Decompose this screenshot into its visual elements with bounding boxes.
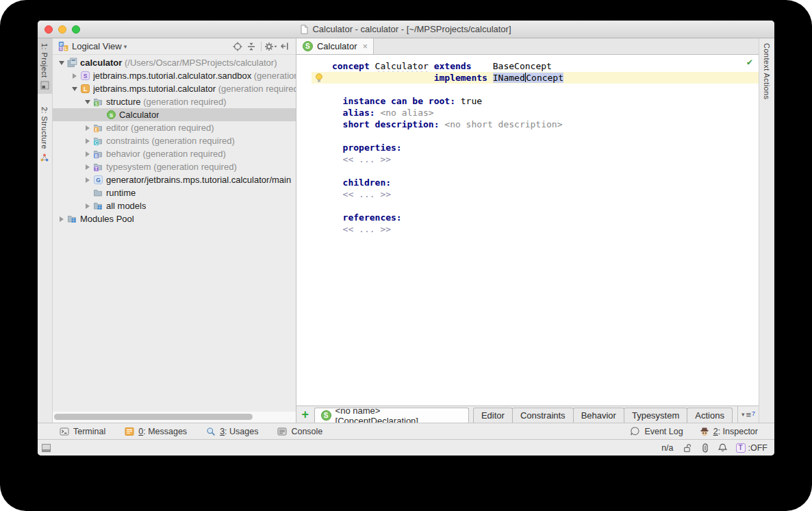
status-bar: n/a T :OFF xyxy=(38,439,774,456)
event-log-icon xyxy=(630,426,640,436)
editor-tab-bar: S Calculator × xyxy=(296,38,759,55)
toolwindow-button-event-log[interactable]: Event Log xyxy=(630,426,683,436)
tree-collapsed-arrow-icon[interactable] xyxy=(84,177,92,183)
aspect-tab-typesystem[interactable]: Typesystem xyxy=(624,408,687,423)
terminal-icon xyxy=(60,427,69,436)
chevron-down-icon[interactable]: ▾ xyxy=(124,43,127,50)
toolwindow-tab-project[interactable]: 1: Project xyxy=(38,38,52,94)
tree-collapsed-arrow-icon[interactable] xyxy=(84,151,92,157)
code-segment-kw: implements xyxy=(434,73,487,83)
toolwindow-button-terminal[interactable]: Terminal xyxy=(60,427,105,436)
tree-item[interactable]: Bbehavior (generation required) xyxy=(53,147,296,160)
structure-toolwindow-icon xyxy=(40,153,49,162)
tab-list-dropdown[interactable]: ▾ ≡ 7 xyxy=(737,406,759,423)
tree-item-label: jetbrains.mps.tutorial.calculator.sandbo… xyxy=(93,71,251,81)
tree-item[interactable]: Ggenerator/jetbrains.mps.tutorial.calcul… xyxy=(53,173,296,186)
tree-collapsed-arrow-icon[interactable] xyxy=(58,216,66,222)
view-selector[interactable]: Logical View xyxy=(72,41,122,51)
tree-item[interactable]: all models xyxy=(53,199,296,212)
tree-expanded-arrow-icon[interactable] xyxy=(58,61,66,65)
tree-expanded-arrow-icon[interactable] xyxy=(71,87,79,91)
tree-item-label: all models xyxy=(106,201,147,211)
tree-item[interactable]: calculator (/Users/Oscar/MPSProjects/cal… xyxy=(53,56,296,69)
code-segment-plain xyxy=(370,61,375,71)
add-node-tab-button[interactable]: + xyxy=(296,406,314,423)
project-icon xyxy=(67,58,77,68)
aspect-tab-constraints[interactable]: Constraints xyxy=(512,408,574,423)
close-tab-icon[interactable]: × xyxy=(362,41,368,51)
inspector-icon xyxy=(700,427,709,436)
chevron-down-icon: ▾ xyxy=(741,411,745,418)
concept-icon: S xyxy=(303,41,313,51)
title-bar[interactable]: Calculator - calculator - [~/MPSProjects… xyxy=(38,21,774,38)
tree-item[interactable]: Ljetbrains.mps.tutorial.calculator (gene… xyxy=(53,82,296,95)
code-segment-plain xyxy=(332,154,343,164)
tree-item[interactable]: Cconstraints (generation required) xyxy=(53,134,296,147)
code-segment-plain xyxy=(332,142,343,153)
svg-text:S: S xyxy=(84,73,88,79)
tab-list-icon: ≡ xyxy=(746,410,751,420)
tree-item[interactable]: Sjetbrains.mps.tutorial.calculator.sandb… xyxy=(53,69,296,82)
toolwindow-button-3-usages[interactable]: 3: Usages xyxy=(206,427,258,436)
code-segment-plain xyxy=(332,96,343,106)
aspect-tab-behavior[interactable]: Behavior xyxy=(573,408,624,423)
tree-collapsed-arrow-icon[interactable] xyxy=(71,73,79,79)
highlighting-level-icon[interactable] xyxy=(701,443,709,453)
tree-item[interactable]: Modules Pool xyxy=(53,212,296,225)
tree-item[interactable]: Eeditor (generation required) xyxy=(53,121,296,134)
toolwindow-button-2-inspector[interactable]: 2: Inspector xyxy=(700,426,758,436)
toolwindow-button-console[interactable]: Console xyxy=(277,427,322,436)
settings-icon[interactable] xyxy=(264,40,278,53)
code-editor[interactable]: ✔ concept Calculator extends BaseConcept… xyxy=(296,55,759,406)
tree-expanded-arrow-icon[interactable] xyxy=(84,100,92,104)
notifications-icon[interactable] xyxy=(718,443,727,453)
code-segment-plain: BaseConcept xyxy=(493,61,552,71)
editor-tab-calculator[interactable]: S Calculator × xyxy=(296,38,374,54)
tree-collapsed-arrow-icon[interactable] xyxy=(84,164,92,170)
tree-item[interactable]: Ttypesystem (generation required) xyxy=(53,160,296,173)
aspect-tab-actions[interactable]: Actions xyxy=(687,408,733,423)
horizontal-scrollbar[interactable] xyxy=(54,414,253,420)
caret-position: n/a xyxy=(661,443,673,453)
left-toolwindow-stripe: 1: Project 2: Structure xyxy=(38,38,53,423)
tree-collapsed-arrow-icon[interactable] xyxy=(84,138,92,144)
svg-text:S: S xyxy=(94,101,98,106)
editor-line xyxy=(296,200,759,212)
toolwindow-button-label: 0: Messages xyxy=(138,427,187,436)
folder-structure-icon: S xyxy=(93,97,103,107)
lock-open-icon[interactable] xyxy=(683,443,692,453)
context-actions-label: Context Actions xyxy=(763,43,771,99)
tree-item-suffix: (generation required) xyxy=(251,71,296,81)
tree-collapsed-arrow-icon[interactable] xyxy=(84,203,92,209)
editor-line: properties: xyxy=(296,142,759,153)
console-icon xyxy=(277,427,287,436)
window-title-text: Calculator - calculator - [~/MPSProjects… xyxy=(312,24,511,34)
logical-view-icon: PSL xyxy=(58,41,68,51)
tree-item[interactable]: SCalculator xyxy=(53,108,296,121)
tree-item[interactable]: runtime xyxy=(53,186,296,199)
code-segment-kw: properties: xyxy=(343,142,402,153)
toolwindow-tab-context-actions[interactable]: Context Actions xyxy=(759,38,774,103)
node-tab-active[interactable]: S <no name>[ConceptDeclaration] xyxy=(314,408,469,423)
collapse-all-icon[interactable] xyxy=(244,40,258,53)
zoom-window-button[interactable] xyxy=(72,25,80,34)
hide-icon[interactable] xyxy=(278,40,292,53)
toolbar-separator xyxy=(261,42,262,51)
concept-icon: S xyxy=(321,410,331,421)
typesystem-toggle-icon[interactable]: T xyxy=(736,443,746,453)
svg-text:L: L xyxy=(84,86,87,92)
locate-icon[interactable] xyxy=(231,40,244,53)
minimize-window-button[interactable] xyxy=(58,25,66,34)
tree-item[interactable]: Sstructure (generation required) xyxy=(53,95,296,108)
tree-collapsed-arrow-icon[interactable] xyxy=(84,125,92,131)
code-segment-wavy: Calculator xyxy=(375,61,429,71)
toolwindow-switcher-icon[interactable] xyxy=(42,444,51,452)
code-segment-plain xyxy=(471,61,492,71)
close-window-button[interactable] xyxy=(45,25,53,34)
toolwindow-button-0-messages[interactable]: 0: Messages xyxy=(125,427,187,436)
aspect-tab-editor[interactable]: Editor xyxy=(473,408,513,423)
code-segment-cell: << ... >> xyxy=(343,189,391,199)
intention-bulb-icon[interactable] xyxy=(315,73,323,83)
toolwindow-button-label: 3: Usages xyxy=(220,427,258,436)
toolwindow-tab-structure[interactable]: 2: Structure xyxy=(38,102,52,166)
